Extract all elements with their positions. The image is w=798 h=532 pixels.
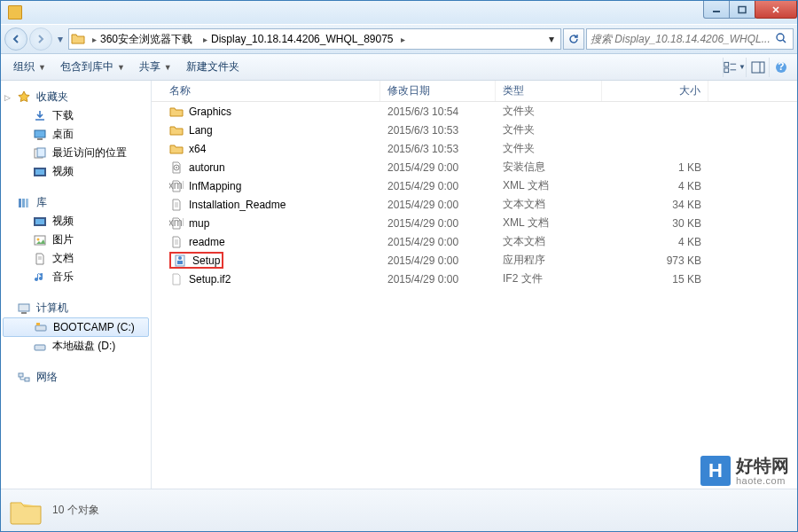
close-button[interactable] — [755, 1, 797, 19]
status-text: 10 个对象 — [52, 503, 99, 518]
file-name: readme — [189, 236, 225, 248]
video-icon — [33, 165, 47, 179]
column-type[interactable]: 类型 — [496, 81, 602, 101]
file-type: IF2 文件 — [496, 271, 602, 286]
sidebar-item-music[interactable]: 音乐 — [1, 268, 151, 286]
file-type: XML 文档 — [496, 215, 602, 231]
svg-line-3 — [783, 40, 786, 43]
explorer-window: ▾ ▸360安全浏览器下载 ▸Display_10.18.14.4206_WHQ… — [0, 0, 798, 532]
folder-icon — [8, 5, 22, 20]
file-row[interactable]: xmlInfMapping2015/4/29 0:00XML 文档4 KB — [152, 176, 797, 195]
drive-icon — [33, 340, 47, 354]
file-modified: 2015/4/29 0:00 — [380, 217, 496, 230]
search-input[interactable]: 搜索 Display_10.18.14.4206_WHQL... — [586, 28, 794, 50]
preview-pane-button[interactable] — [746, 58, 769, 77]
status-bar: 10 个对象 — [1, 489, 797, 531]
refresh-button[interactable] — [563, 28, 584, 50]
svg-rect-1 — [739, 6, 746, 12]
file-type: 文本文档 — [496, 197, 602, 212]
file-type: 文件夹 — [496, 104, 602, 119]
network-icon — [17, 371, 31, 385]
titlebar[interactable] — [1, 1, 797, 24]
download-icon — [33, 109, 47, 123]
breadcrumb-item[interactable]: ▸360安全浏览器下载 — [89, 29, 196, 49]
view-options-button[interactable]: ▼ — [723, 58, 746, 77]
folder-icon — [169, 142, 184, 156]
svg-rect-30 — [36, 323, 40, 325]
file-row[interactable]: Graphics2015/6/3 10:54文件夹 — [152, 102, 797, 121]
svg-rect-32 — [19, 373, 23, 377]
nav-history-dropdown[interactable]: ▾ — [54, 33, 66, 45]
svg-rect-4 — [724, 62, 729, 66]
file-type: 文件夹 — [496, 141, 602, 156]
maximize-button[interactable] — [729, 1, 755, 19]
back-button[interactable] — [4, 27, 27, 51]
sidebar-item-pictures[interactable]: 图片 — [1, 231, 151, 249]
sidebar-item-drive-c[interactable]: BOOTCAMP (C:) — [3, 317, 149, 337]
file-name: mup — [189, 217, 209, 230]
svg-rect-29 — [35, 325, 46, 331]
svg-point-24 — [37, 238, 40, 240]
document-icon — [33, 252, 47, 266]
svg-rect-28 — [21, 312, 27, 314]
folder-icon — [71, 32, 85, 46]
svg-rect-22 — [35, 219, 44, 224]
sidebar-item-desktop[interactable]: 桌面 — [1, 125, 151, 144]
svg-point-35 — [176, 167, 177, 168]
svg-rect-17 — [35, 169, 44, 175]
file-size: 15 KB — [602, 273, 708, 286]
file-modified: 2015/4/29 0:00 — [380, 273, 496, 286]
breadcrumb-item[interactable]: ▸Display_10.18.14.4206_WHQL_89075▸ — [200, 29, 408, 49]
file-size: 1 KB — [602, 161, 708, 174]
file-row[interactable]: Setup.if22015/4/29 0:00IF2 文件15 KB — [152, 270, 797, 288]
file-name: Setup — [192, 254, 220, 267]
libraries-group[interactable]: 库 — [1, 193, 151, 212]
include-library-button[interactable]: 包含到库中▼ — [53, 57, 132, 77]
file-modified: 2015/6/3 10:54 — [380, 106, 496, 118]
file-name: Graphics — [189, 106, 231, 118]
file-row[interactable]: Setup2015/4/29 0:00应用程序973 KB — [152, 251, 797, 270]
minimize-button[interactable] — [703, 1, 730, 19]
svg-rect-31 — [35, 345, 45, 350]
file-row[interactable]: Lang2015/6/3 10:53文件夹 — [152, 121, 797, 139]
svg-rect-5 — [724, 67, 729, 72]
exe-icon — [173, 254, 187, 268]
share-button[interactable]: 共享▼ — [132, 57, 179, 77]
recent-icon — [33, 146, 47, 160]
new-folder-button[interactable]: 新建文件夹 — [179, 57, 246, 77]
column-modified[interactable]: 修改日期 — [380, 81, 496, 101]
file-row[interactable]: xmlmup2015/4/29 0:00XML 文档30 KB — [152, 214, 797, 232]
file-name: Installation_Readme — [189, 199, 286, 211]
file-icon — [169, 272, 184, 286]
sidebar-item-downloads[interactable]: 下载 — [1, 106, 151, 125]
sidebar-item-documents[interactable]: 文档 — [1, 249, 151, 268]
column-name[interactable]: 名称 — [152, 81, 380, 101]
file-row[interactable]: Installation_Readme2015/4/29 0:00文本文档34 … — [152, 195, 797, 214]
file-size: 30 KB — [602, 217, 708, 230]
file-modified: 2015/6/3 10:53 — [380, 124, 496, 137]
sidebar-item-drive-d[interactable]: 本地磁盘 (D:) — [1, 337, 151, 356]
svg-rect-13 — [37, 138, 43, 140]
svg-rect-19 — [22, 199, 25, 207]
file-type: 应用程序 — [496, 253, 602, 268]
address-bar[interactable]: ▸360安全浏览器下载 ▸Display_10.18.14.4206_WHQL_… — [68, 28, 561, 50]
computer-group[interactable]: 计算机 — [1, 299, 151, 317]
forward-button[interactable] — [29, 27, 52, 51]
file-row[interactable]: autorun2015/4/29 0:00安装信息1 KB — [152, 158, 797, 176]
sidebar-item-videos[interactable]: 视频 — [1, 212, 151, 231]
txt-icon — [169, 235, 184, 249]
column-size[interactable]: 大小 — [602, 81, 708, 101]
svg-text:xml: xml — [169, 179, 184, 192]
address-dropdown[interactable]: ▾ — [544, 33, 559, 45]
favorites-group[interactable]: ▷收藏夹 — [1, 88, 151, 106]
search-icon — [775, 32, 789, 47]
sidebar-item-recent[interactable]: 最近访问的位置 — [1, 144, 151, 162]
file-row[interactable]: x642015/6/3 10:53文件夹 — [152, 139, 797, 158]
network-group[interactable]: 网络 — [1, 368, 151, 387]
file-list[interactable]: Graphics2015/6/3 10:54文件夹Lang2015/6/3 10… — [152, 102, 797, 489]
sidebar-item-videos-fav[interactable]: 视频 — [1, 162, 151, 181]
file-type: 文件夹 — [496, 122, 602, 137]
organize-button[interactable]: 组织▼ — [6, 57, 53, 77]
file-row[interactable]: readme2015/4/29 0:00文本文档4 KB — [152, 232, 797, 251]
help-button[interactable]: ? — [769, 58, 792, 77]
